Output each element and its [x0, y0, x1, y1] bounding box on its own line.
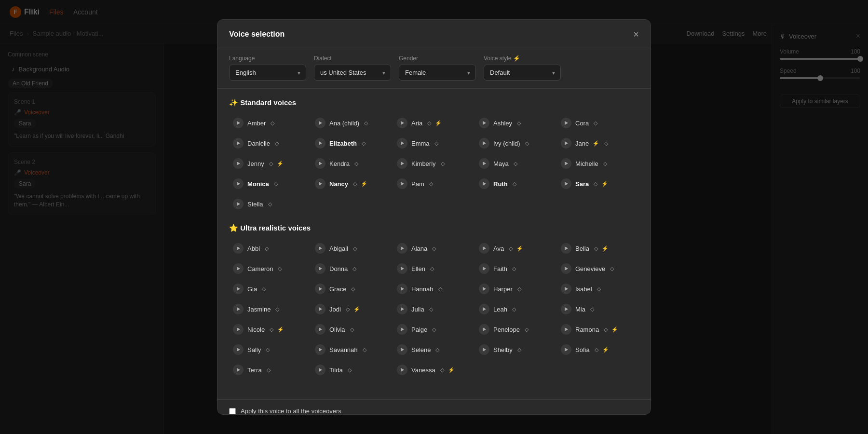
voice-play-button[interactable] [233, 304, 244, 314]
voice-play-button[interactable] [397, 344, 407, 355]
voice-item[interactable]: Hannah ◇ [393, 281, 475, 297]
voice-play-button[interactable] [233, 263, 244, 274]
voice-item[interactable]: Tilda ◇ [311, 362, 393, 378]
voice-play-button[interactable] [315, 304, 326, 314]
voice-play-button[interactable] [479, 138, 489, 149]
voice-item[interactable]: Ivy (child) ◇ [475, 135, 557, 151]
voice-item[interactable]: Elizabeth ◇ [311, 135, 393, 151]
voice-item[interactable]: Ana (child) ◇ [311, 115, 393, 131]
voice-play-button[interactable] [233, 178, 244, 189]
voice-play-button[interactable] [233, 243, 244, 254]
voice-style-select[interactable]: Default Calm Cheerful [484, 65, 561, 81]
voice-item[interactable]: Genevieve ◇ [557, 260, 639, 277]
voice-item[interactable]: Kimberly ◇ [393, 155, 475, 172]
voice-play-button[interactable] [397, 284, 407, 294]
voice-play-button[interactable] [233, 138, 244, 149]
voice-play-button[interactable] [397, 118, 407, 128]
gender-select[interactable]: Female Male Neutral [399, 65, 476, 81]
voice-item[interactable]: Emma ◇ [393, 135, 475, 151]
voice-play-button[interactable] [479, 344, 489, 355]
voice-play-button[interactable] [479, 243, 489, 254]
voice-item[interactable]: Abigail ◇ [311, 240, 393, 257]
voice-item[interactable]: Gia ◇ [229, 281, 311, 297]
voice-item[interactable]: Paige ◇ [393, 321, 475, 338]
voice-play-button[interactable] [233, 284, 244, 294]
voice-item[interactable]: Cora ◇ [557, 115, 639, 131]
voice-item[interactable]: Jane ⚡ ◇ [557, 135, 639, 151]
voice-play-button[interactable] [561, 304, 571, 314]
voice-item[interactable]: Sally ◇ [229, 341, 311, 358]
voice-item[interactable]: Sara ◇ ⚡ [557, 176, 639, 192]
voice-item[interactable]: Terra ◇ [229, 362, 311, 378]
voice-play-button[interactable] [479, 158, 489, 169]
voice-play-button[interactable] [561, 118, 571, 128]
voice-item[interactable]: Amber ◇ [229, 115, 311, 131]
voice-play-button[interactable] [479, 178, 489, 189]
voice-play-button[interactable] [479, 324, 489, 335]
voice-item[interactable]: Danielle ◇ [229, 135, 311, 151]
voice-item[interactable]: Jodi ◇ ⚡ [311, 301, 393, 317]
voice-play-button[interactable] [315, 118, 326, 128]
voice-item[interactable]: Ava ◇ ⚡ [475, 240, 557, 257]
voice-play-button[interactable] [479, 304, 489, 314]
voice-item[interactable]: Cameron ◇ [229, 260, 311, 277]
voice-item[interactable]: Michelle ◇ [557, 155, 639, 172]
voice-play-button[interactable] [233, 324, 244, 335]
voice-play-button[interactable] [397, 365, 407, 375]
voice-play-button[interactable] [315, 365, 326, 375]
voice-play-button[interactable] [315, 284, 326, 294]
voice-play-button[interactable] [315, 158, 326, 169]
voice-play-button[interactable] [561, 138, 571, 149]
voice-item[interactable]: Ruth ◇ [475, 176, 557, 192]
voice-play-button[interactable] [561, 178, 571, 189]
voice-item[interactable]: Bella ◇ ⚡ [557, 240, 639, 257]
voice-play-button[interactable] [233, 158, 244, 169]
voice-item[interactable]: Selene ◇ [393, 341, 475, 358]
voice-play-button[interactable] [315, 243, 326, 254]
voice-play-button[interactable] [561, 344, 571, 355]
voice-item[interactable]: Vanessa ◇ ⚡ [393, 362, 475, 378]
voice-item[interactable]: Shelby ◇ [475, 341, 557, 358]
voice-play-button[interactable] [397, 158, 407, 169]
voice-item[interactable]: Monica ◇ [229, 176, 311, 192]
voice-item[interactable]: Faith ◇ [475, 260, 557, 277]
voice-item[interactable]: Mia ◇ [557, 301, 639, 317]
voice-item[interactable]: Abbi ◇ [229, 240, 311, 257]
voice-play-button[interactable] [315, 344, 326, 355]
voice-item[interactable]: Nicole ◇ ⚡ [229, 321, 311, 338]
voice-item[interactable]: Grace ◇ [311, 281, 393, 297]
voice-play-button[interactable] [479, 263, 489, 274]
voice-play-button[interactable] [397, 324, 407, 335]
voice-item[interactable]: Isabel ◇ [557, 281, 639, 297]
modal-close-button[interactable]: × [633, 29, 639, 39]
voice-play-button[interactable] [397, 243, 407, 254]
voice-play-button[interactable] [561, 158, 571, 169]
voice-play-button[interactable] [561, 243, 571, 254]
voice-item[interactable]: Ellen ◇ [393, 260, 475, 277]
voice-play-button[interactable] [233, 344, 244, 355]
voice-item[interactable]: Julia ◇ [393, 301, 475, 317]
voice-item[interactable]: Stella ◇ [229, 196, 311, 212]
voice-item[interactable]: Pam ◇ [393, 176, 475, 192]
voice-item[interactable]: Jenny ◇ ⚡ [229, 155, 311, 172]
voice-item[interactable]: Ramona ◇ ⚡ [557, 321, 639, 338]
voice-play-button[interactable] [397, 263, 407, 274]
voice-item[interactable]: Aria ◇ ⚡ [393, 115, 475, 131]
voice-play-button[interactable] [397, 138, 407, 149]
voice-item[interactable]: Olivia ◇ [311, 321, 393, 338]
voice-play-button[interactable] [397, 304, 407, 314]
voice-play-button[interactable] [479, 118, 489, 128]
language-select[interactable]: English Spanish French [229, 65, 306, 81]
dialect-select[interactable]: us United States uk United Kingdom [314, 65, 391, 81]
voice-item[interactable]: Sofia ◇ ⚡ [557, 341, 639, 358]
voice-play-button[interactable] [561, 284, 571, 294]
voice-play-button[interactable] [233, 365, 244, 375]
voice-item[interactable]: Alana ◇ [393, 240, 475, 257]
voice-item[interactable]: Maya ◇ [475, 155, 557, 172]
voice-item[interactable]: Leah ◇ [475, 301, 557, 317]
voice-item[interactable]: Penelope ◇ [475, 321, 557, 338]
voice-item[interactable]: Kendra ◇ [311, 155, 393, 172]
voice-play-button[interactable] [561, 324, 571, 335]
voice-play-button[interactable] [315, 263, 326, 274]
voice-play-button[interactable] [479, 284, 489, 294]
